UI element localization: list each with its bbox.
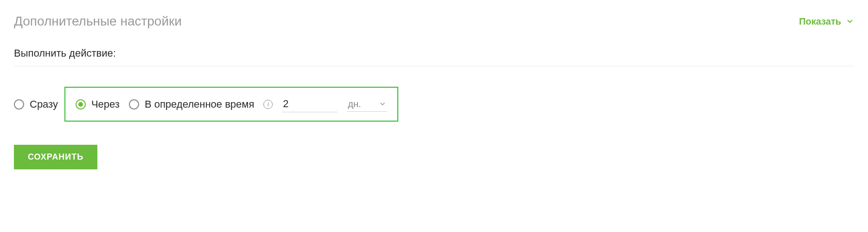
divider	[14, 66, 854, 66]
info-icon[interactable]: i	[263, 100, 273, 109]
unit-select-value: дн.	[348, 99, 361, 110]
section-title: Дополнительные настройки	[14, 14, 182, 29]
delay-value-input[interactable]	[282, 96, 338, 112]
toggle-show-label: Показать	[799, 16, 841, 27]
highlighted-group: Через В определенное время i дн.	[64, 87, 398, 122]
option-at-time[interactable]: В определенное время	[129, 98, 254, 110]
option-after[interactable]: Через	[76, 98, 120, 110]
action-label: Выполнить действие:	[14, 47, 854, 59]
chevron-down-icon	[846, 17, 854, 26]
radio-after[interactable]	[76, 99, 86, 110]
radio-immediately[interactable]	[14, 99, 24, 110]
radio-at-time[interactable]	[129, 99, 139, 110]
settings-header: Дополнительные настройки Показать	[14, 14, 854, 29]
unit-select[interactable]: дн.	[347, 97, 387, 112]
radio-after-label: Через	[91, 98, 120, 110]
toggle-show-button[interactable]: Показать	[799, 16, 854, 27]
save-button[interactable]: СОХРАНИТЬ	[14, 145, 97, 169]
radio-immediately-label: Сразу	[30, 98, 58, 110]
radio-row: Сразу Через В определенное время i дн.	[14, 87, 854, 122]
option-immediately[interactable]: Сразу	[14, 98, 58, 110]
radio-at-time-label: В определенное время	[145, 98, 254, 110]
chevron-down-icon	[379, 100, 386, 108]
